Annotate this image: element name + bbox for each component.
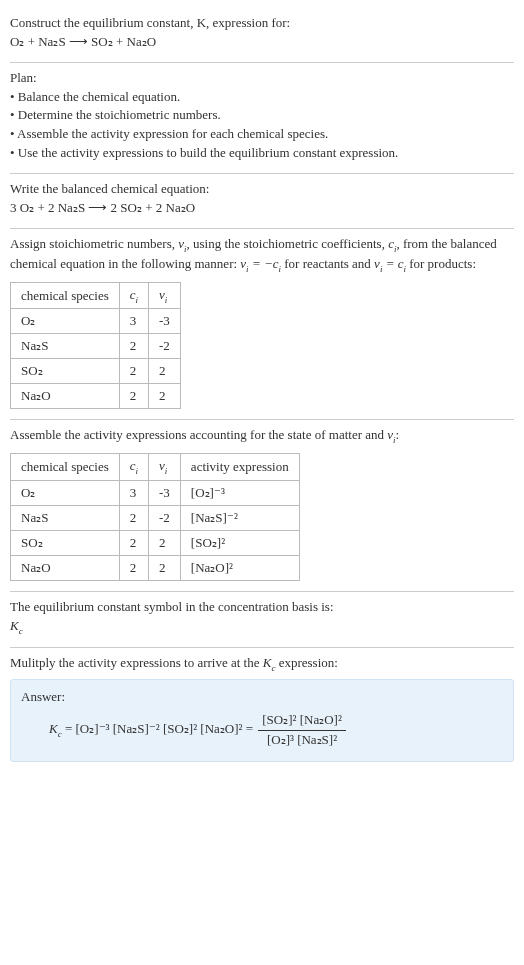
col-ci: ci [119,282,148,309]
cell-nui: 2 [149,555,181,580]
cell-nui: 2 [149,359,181,384]
col-ci: ci [119,454,148,481]
answer-section: Mulitply the activity expressions to arr… [10,648,514,772]
kc-symbol-section: The equilibrium constant symbol in the c… [10,592,514,647]
table-row: SO₂ 2 2 [SO₂]² [11,530,300,555]
nu-i: νi [178,236,186,251]
cell-species: Na₂S [11,505,120,530]
text: for reactants and [281,256,374,271]
plan-bullet: • Balance the chemical equation. [10,88,514,107]
stoichiometric-section: Assign stoichiometric numbers, νi, using… [10,229,514,420]
cell-nui: -3 [149,480,181,505]
plan-title: Plan: [10,69,514,88]
cell-nui: -2 [149,334,181,359]
cell-ci: 2 [119,530,148,555]
cell-activity: [Na₂O]² [180,555,299,580]
activity-section: Assemble the activity expressions accoun… [10,420,514,590]
plan-bullet: • Use the activity expressions to build … [10,144,514,163]
table-header-row: chemical species ci νi [11,282,181,309]
table-row: Na₂O 2 2 [11,384,181,409]
cell-ci: 3 [119,480,148,505]
cell-species: O₂ [11,480,120,505]
balanced-section: Write the balanced chemical equation: 3 … [10,174,514,228]
cell-species: Na₂S [11,334,120,359]
cell-species: Na₂O [11,555,120,580]
text: , using the stoichiometric coefficients, [187,236,389,251]
table-row: Na₂O 2 2 [Na₂O]² [11,555,300,580]
intro-equation: O₂ + Na₂S ⟶ SO₂ + Na₂O [10,33,514,52]
equals: = [O₂]⁻³ [Na₂S]⁻² [SO₂]² [Na₂O]² = [65,721,256,736]
cell-ci: 2 [119,334,148,359]
kc-numerator: [SO₂]² [Na₂O]² [258,711,346,730]
plan-bullet: • Assemble the activity expression for e… [10,125,514,144]
kc-sub: c [19,625,23,635]
col-activity: activity expression [180,454,299,481]
multiply-line: Mulitply the activity expressions to arr… [10,654,514,675]
text: Assign stoichiometric numbers, [10,236,178,251]
kc-denominator: [O₂]³ [Na₂S]² [258,730,346,750]
col-nui: νi [149,454,181,481]
activity-intro: Assemble the activity expressions accoun… [10,426,514,447]
nu-eq-c: νi = ci [374,256,406,271]
intro-section: Construct the equilibrium constant, K, e… [10,8,514,62]
cell-ci: 3 [119,309,148,334]
kc-fraction: [SO₂]² [Na₂O]² [O₂]³ [Na₂S]² [258,711,346,750]
kc-K: K [10,618,19,633]
text: expression: [275,655,337,670]
cell-nui: -3 [149,309,181,334]
plan-bullet: • Determine the stoichiometric numbers. [10,106,514,125]
kc-lhs: Kc [49,721,62,736]
answer-box: Answer: Kc = [O₂]⁻³ [Na₂S]⁻² [SO₂]² [Na₂… [10,679,514,763]
text: Mulitply the activity expressions to arr… [10,655,263,670]
table-row: O₂ 3 -3 [O₂]⁻³ [11,480,300,505]
cell-activity: [O₂]⁻³ [180,480,299,505]
plan-section: Plan: • Balance the chemical equation. •… [10,63,514,173]
table-row: SO₂ 2 2 [11,359,181,384]
answer-expression: Kc = [O₂]⁻³ [Na₂S]⁻² [SO₂]² [Na₂O]² = [S… [21,707,503,750]
col-species: chemical species [11,282,120,309]
nu-eq-neg-c: νi = −ci [240,256,281,271]
text: Assemble the activity expressions accoun… [10,427,399,442]
stoichiometric-table: chemical species ci νi O₂ 3 -3 Na₂S 2 -2… [10,282,181,410]
text: for products: [406,256,476,271]
intro-line1: Construct the equilibrium constant, K, e… [10,14,514,33]
col-species: chemical species [11,454,120,481]
cell-nui: -2 [149,505,181,530]
cell-ci: 2 [119,359,148,384]
cell-activity: [Na₂S]⁻² [180,505,299,530]
stoich-text: Assign stoichiometric numbers, νi, using… [10,235,514,276]
cell-ci: 2 [119,384,148,409]
cell-species: Na₂O [11,384,120,409]
cell-species: SO₂ [11,530,120,555]
cell-ci: 2 [119,505,148,530]
answer-label: Answer: [21,688,503,707]
table-row: Na₂S 2 -2 [Na₂S]⁻² [11,505,300,530]
balanced-title: Write the balanced chemical equation: [10,180,514,199]
table-header-row: chemical species ci νi activity expressi… [11,454,300,481]
kc-inline: Kc [263,655,276,670]
table-row: Na₂S 2 -2 [11,334,181,359]
kc-symbol: Kc [10,617,514,638]
activity-table: chemical species ci νi activity expressi… [10,453,300,581]
cell-species: O₂ [11,309,120,334]
balanced-equation: 3 O₂ + 2 Na₂S ⟶ 2 SO₂ + 2 Na₂O [10,199,514,218]
kc-symbol-line: The equilibrium constant symbol in the c… [10,598,514,617]
cell-species: SO₂ [11,359,120,384]
table-row: O₂ 3 -3 [11,309,181,334]
cell-nui: 2 [149,530,181,555]
cell-ci: 2 [119,555,148,580]
cell-activity: [SO₂]² [180,530,299,555]
col-nui: νi [149,282,181,309]
cell-nui: 2 [149,384,181,409]
intro-text: Construct the equilibrium constant, K, e… [10,15,290,30]
